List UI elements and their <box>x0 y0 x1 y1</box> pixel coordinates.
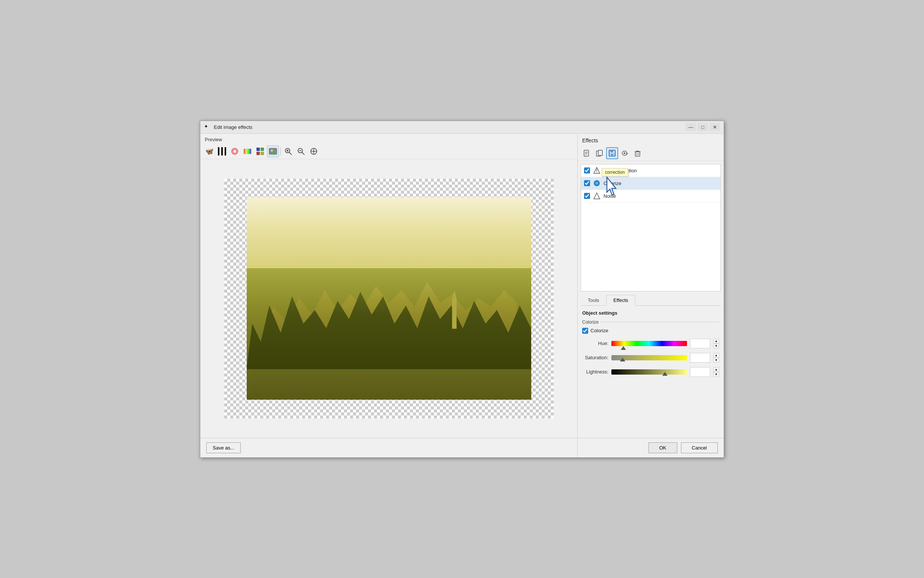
lightness-down-button[interactable]: ▼ <box>713 372 719 377</box>
svg-rect-3 <box>223 147 224 156</box>
ok-button[interactable]: OK <box>649 442 677 453</box>
svg-line-16 <box>290 152 292 155</box>
svg-rect-33 <box>610 150 613 153</box>
cancel-button[interactable]: Cancel <box>681 442 718 453</box>
photo-tool-button[interactable] <box>267 145 279 157</box>
sky <box>247 197 531 278</box>
svg-rect-11 <box>261 152 264 155</box>
effects-toolbar <box>578 146 724 161</box>
dialog-bottom: OK Cancel <box>578 438 724 457</box>
colorize-icon <box>593 179 600 187</box>
svg-rect-4 <box>225 147 226 156</box>
effect-checkbox-tone[interactable] <box>584 167 590 174</box>
svg-point-6 <box>233 149 236 153</box>
effect-item-noise[interactable]: Noise <box>581 190 720 203</box>
tab-tools[interactable]: Tools <box>581 295 606 306</box>
canvas-background <box>224 179 554 419</box>
preview-toolbar: 🦋 <box>200 144 577 159</box>
zoom-in-button[interactable] <box>282 145 294 157</box>
saturation-label: Saturation: <box>582 355 608 360</box>
preview-image <box>247 197 531 400</box>
lightness-slider-row: Lightness: 42 ▲ ▼ <box>582 367 719 377</box>
add-effect-button[interactable] <box>619 147 631 159</box>
svg-rect-2 <box>221 147 223 156</box>
app-icon: ✦ <box>204 123 211 130</box>
hue-spinner-arrows: ▲ ▼ <box>713 339 719 348</box>
svg-point-52 <box>595 182 598 185</box>
hue-track[interactable] <box>612 341 687 346</box>
tone-correction-icon <box>593 167 600 174</box>
colorize-checkbox[interactable] <box>582 328 588 334</box>
lightness-label: Lightness: <box>582 369 608 375</box>
effect-item-colorize[interactable]: Colorize <box>581 177 720 190</box>
effect-item-tone[interactable]: Tone correction <box>581 164 720 177</box>
preview-canvas-area <box>200 159 577 438</box>
effects-title: Effects <box>578 134 724 146</box>
hue-thumb[interactable] <box>621 346 626 350</box>
saturation-value-input[interactable]: -69 <box>690 353 710 363</box>
hue-slider-row: Hue: 58 ▲ ▼ <box>582 338 719 349</box>
lightness-slider-container <box>612 367 687 377</box>
effects-list: correction Tone correctio <box>581 164 721 291</box>
lightness-thumb[interactable] <box>662 372 668 376</box>
preview-label: Preview <box>200 134 577 144</box>
colorize-row: Colorize <box>582 328 719 334</box>
lightness-track[interactable] <box>612 369 687 375</box>
reset-view-button[interactable] <box>308 145 320 157</box>
saturation-thumb[interactable] <box>620 358 625 362</box>
gradient-tool-button[interactable] <box>241 145 254 157</box>
close-button[interactable]: ✕ <box>709 123 720 131</box>
tabs-row: Tools Effects <box>581 294 721 306</box>
svg-marker-39 <box>627 153 628 155</box>
preview-panel: Preview 🦋 <box>200 134 578 457</box>
svg-rect-8 <box>256 148 260 151</box>
zebra-tool-button[interactable] <box>216 145 228 157</box>
object-settings: Object settings Colorize Colorize Hue: <box>578 306 724 438</box>
svg-rect-31 <box>598 150 602 156</box>
title-bar: ✦ Edit image effects — □ ✕ <box>200 121 724 134</box>
save-as-button[interactable]: Save as... <box>206 442 241 453</box>
hue-slider-container <box>612 338 687 349</box>
main-content: Preview 🦋 <box>200 134 724 457</box>
svg-rect-40 <box>635 152 640 156</box>
lightness-value-input[interactable]: 42 <box>690 367 710 377</box>
saturation-up-button[interactable]: ▲ <box>713 353 719 358</box>
circle-tool-button[interactable] <box>229 145 241 157</box>
svg-rect-9 <box>261 148 264 151</box>
svg-point-50 <box>596 172 597 173</box>
saturation-track[interactable] <box>612 355 687 360</box>
save-effect-button[interactable] <box>606 147 618 159</box>
lightness-spinner-arrows: ▲ ▼ <box>713 367 719 377</box>
window-title: Edit image effects <box>214 124 686 130</box>
zoom-out-button[interactable] <box>295 145 307 157</box>
effect-checkbox-colorize[interactable] <box>584 180 590 186</box>
toolbar-separator <box>280 147 281 156</box>
hue-down-button[interactable]: ▼ <box>713 344 719 348</box>
saturation-down-button[interactable]: ▼ <box>713 358 719 363</box>
lightness-up-button[interactable]: ▲ <box>713 367 719 372</box>
butterfly-tool-button[interactable]: 🦋 <box>203 145 215 157</box>
svg-rect-0 <box>218 147 219 156</box>
effects-panel: Effects <box>578 134 724 457</box>
effect-name-colorize: Colorize <box>604 180 717 186</box>
tab-effects[interactable]: Effects <box>606 295 635 306</box>
saturation-slider-row: Saturation: -69 ▲ ▼ <box>582 352 719 363</box>
colorize-label: Colorize <box>591 328 608 333</box>
delete-effect-button[interactable] <box>632 147 644 159</box>
grid-tool-button[interactable] <box>254 145 266 157</box>
hue-up-button[interactable]: ▲ <box>713 339 719 344</box>
svg-line-20 <box>302 152 305 155</box>
hue-label: Hue: <box>582 341 608 346</box>
effect-checkbox-noise[interactable] <box>584 193 590 199</box>
svg-point-25 <box>313 151 314 152</box>
saturation-spinner-arrows: ▲ ▼ <box>713 353 719 363</box>
new-effect-button[interactable] <box>581 147 593 159</box>
noise-icon <box>593 192 600 200</box>
effect-name-noise: Noise <box>604 193 717 199</box>
hue-value-input[interactable]: 58 <box>690 339 710 348</box>
object-settings-title: Object settings <box>582 310 719 316</box>
maximize-button[interactable]: □ <box>697 123 708 131</box>
duplicate-effect-button[interactable] <box>594 147 605 159</box>
minimize-button[interactable]: — <box>686 123 696 131</box>
effect-name-tone: Tone correction <box>604 168 717 174</box>
